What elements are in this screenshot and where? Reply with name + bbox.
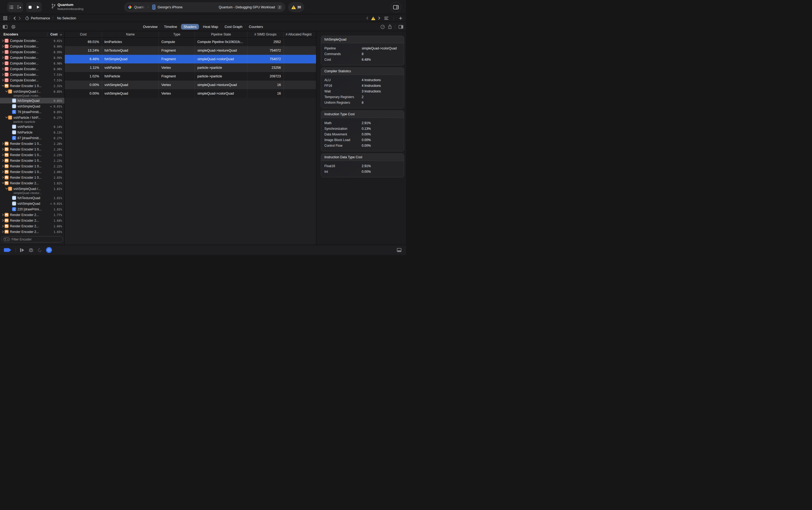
- chevron-down-icon[interactable]: [5, 116, 8, 119]
- refresh-icon[interactable]: [38, 248, 42, 252]
- shader-table-row[interactable]: 0.00%vshSimpleQuadVertexsimpleQuad->text…: [65, 81, 316, 89]
- encoder-row[interactable]: Render Encoder 2...1.77%: [0, 212, 64, 218]
- chevron-down-icon[interactable]: [5, 188, 8, 190]
- chevron-right-icon[interactable]: [2, 73, 5, 76]
- encoder-row[interactable]: {}fshParticle0.13%: [0, 130, 64, 135]
- text-align-icon[interactable]: [384, 17, 389, 20]
- chevron-right-icon[interactable]: [2, 56, 5, 59]
- grid-icon[interactable]: [3, 16, 7, 20]
- chevron-right-icon[interactable]: [2, 159, 5, 162]
- column-header[interactable]: # SIMD Groups: [247, 31, 284, 37]
- debug-bug-icon[interactable]: [28, 248, 34, 252]
- window-layout-button[interactable]: [391, 2, 401, 12]
- encoder-row[interactable]: Render Encoder 1 0...2.03%: [0, 175, 64, 180]
- encoder-row[interactable]: 87 [drawPrimiti...0.27%: [0, 135, 64, 141]
- chevron-right-icon[interactable]: [2, 45, 5, 48]
- encoder-row[interactable]: Compute Encoder...7.53%: [0, 72, 64, 77]
- step-forward-icon[interactable]: [20, 248, 24, 252]
- column-header[interactable]: Name: [102, 31, 159, 37]
- shader-table-row[interactable]: 1.02%fshParticleFragmentparticle->partic…: [65, 72, 316, 81]
- encoder-row[interactable]: vshSimpleQuad /...1.81%: [0, 186, 64, 192]
- encoder-row[interactable]: Render Encoder 2...1.82%: [0, 180, 64, 186]
- tab-cost-graph[interactable]: Cost Graph: [222, 24, 245, 30]
- breadcrumb-group[interactable]: Performance: [31, 17, 50, 20]
- shader-table-row[interactable]: 1.11%vshParticleVertexparticle->particle…: [65, 63, 316, 72]
- shader-table-row[interactable]: 0.00%vshSimpleQuadVertexsimpleQuad->colo…: [65, 89, 316, 98]
- issues-pill[interactable]: 30: [288, 2, 304, 12]
- chevron-down-icon[interactable]: [2, 182, 5, 184]
- stop-button[interactable]: [26, 2, 34, 12]
- tab-overview[interactable]: Overview: [141, 24, 160, 30]
- chevron-down-icon[interactable]: [2, 85, 5, 87]
- toggle-inspector-icon[interactable]: [398, 25, 403, 29]
- toggle-debug-area-icon[interactable]: [397, 248, 401, 252]
- tag-icon[interactable]: [4, 248, 11, 252]
- encoder-row[interactable]: Render Encoder 1 0...2.26%: [0, 146, 64, 152]
- encoder-row[interactable]: 220 [drawPrimi...1.81%: [0, 206, 64, 212]
- encoder-row[interactable]: Compute Encoder...9.00%: [0, 44, 64, 49]
- column-header[interactable]: # Allocated Regist: [284, 31, 316, 37]
- encoder-row[interactable]: Render Encoder 1 0...2.23%: [0, 158, 64, 163]
- shader-table-row[interactable]: 6.48%fshSimpleQuadFragmentsimpleQuad->co…: [65, 55, 316, 63]
- chevron-right-icon[interactable]: [2, 154, 5, 156]
- sidebar-list-button[interactable]: [7, 2, 15, 12]
- encoder-row[interactable]: Compute Encoder...8.98%: [0, 66, 64, 72]
- encoder-row[interactable]: {}fshTextureQuad1.81%: [0, 195, 64, 201]
- encoder-row[interactable]: Compute Encoder...7.53%: [0, 77, 64, 83]
- tab-counters[interactable]: Counters: [246, 24, 266, 30]
- encoder-row[interactable]: {}vshSimpleQuad< 0.01%: [0, 104, 64, 109]
- chevron-right-icon[interactable]: [2, 148, 5, 150]
- encoder-row[interactable]: vshSimpleQuad /...0.85%: [0, 89, 64, 94]
- next-issue-button[interactable]: [378, 17, 380, 20]
- activity-badge[interactable]: 2: [277, 5, 282, 9]
- tab-heat-map[interactable]: Heat Map: [201, 24, 220, 30]
- encoder-row[interactable]: Render Encoder 1 0...2.28%: [0, 141, 64, 146]
- shader-table-row[interactable]: 69.01%krnParticlesComputeCompute Pipelin…: [65, 38, 316, 46]
- chevron-right-icon[interactable]: [2, 214, 5, 216]
- encoder-row[interactable]: Compute Encoder...9.01%: [0, 38, 64, 44]
- run-button[interactable]: [34, 2, 42, 12]
- cost-column-header[interactable]: Cost: [48, 32, 64, 36]
- encoders-column-header[interactable]: Encoders: [0, 32, 48, 36]
- chevron-right-icon[interactable]: [2, 176, 5, 179]
- encoder-row[interactable]: Render Encoder 1 0...2.23%: [0, 152, 64, 158]
- encoder-row[interactable]: {}vshSimpleQuad< 0.01%: [0, 201, 64, 206]
- performance-gauge-icon[interactable]: [381, 25, 385, 29]
- column-header[interactable]: Pipeline State: [195, 31, 247, 37]
- encoder-row[interactable]: Render Encoder 1 0...2.22%: [0, 163, 64, 169]
- encoder-row[interactable]: {}vshParticle0.14%: [0, 124, 64, 130]
- encoder-row[interactable]: Render Encoder 1 0...2.31%: [0, 83, 64, 89]
- previous-issue-button[interactable]: [366, 17, 368, 20]
- chevron-right-icon[interactable]: [2, 51, 5, 53]
- encoder-row[interactable]: vshParticle / fshP...0.27%: [0, 115, 64, 120]
- column-header[interactable]: Type: [159, 31, 195, 37]
- chevron-right-icon[interactable]: [2, 79, 5, 81]
- add-button[interactable]: [399, 17, 402, 20]
- encoder-row[interactable]: Render Encoder 2...1.68%: [0, 218, 64, 223]
- performance-gauge-active-icon[interactable]: [46, 247, 52, 253]
- chevron-down-icon[interactable]: [5, 90, 8, 93]
- chevron-right-icon[interactable]: [2, 39, 5, 42]
- chevron-right-icon[interactable]: [2, 62, 5, 64]
- forward-button[interactable]: [17, 17, 23, 20]
- encoder-row[interactable]: 79 [drawPrimiti...0.85%: [0, 109, 64, 115]
- back-button[interactable]: [12, 17, 17, 20]
- intelligence-button[interactable]: [15, 2, 23, 12]
- encoder-row[interactable]: Render Encoder 2...1.65%: [0, 229, 64, 233]
- chevron-right-icon[interactable]: [2, 142, 5, 145]
- issue-warning-icon[interactable]: [371, 17, 375, 20]
- chevron-right-icon[interactable]: [2, 165, 5, 167]
- shader-table-row[interactable]: 13.24%fshTextureQuadFragmentsimpleQuad->…: [65, 46, 316, 55]
- filter-encoder-field[interactable]: Filter Encoder: [1, 236, 63, 243]
- encoder-row[interactable]: Compute Encoder...8.99%: [0, 49, 64, 55]
- chevron-right-icon[interactable]: [2, 68, 5, 70]
- tab-shaders[interactable]: Shaders: [181, 24, 199, 30]
- chevron-right-icon[interactable]: [2, 225, 5, 227]
- scheme-device-pill[interactable]: Quantu 〉 George's iPhone Quantum - Debug…: [124, 2, 285, 12]
- encoder-row[interactable]: Render Encoder 1 0...2.06%: [0, 169, 64, 175]
- breadcrumb-selection[interactable]: No Selection: [57, 17, 76, 20]
- chevron-right-icon[interactable]: [2, 219, 5, 222]
- encoder-row[interactable]: Compute Encoder...8.98%: [0, 60, 64, 66]
- encoder-row[interactable]: Render Encoder 2...1.66%: [0, 223, 64, 229]
- chevron-right-icon[interactable]: [2, 171, 5, 173]
